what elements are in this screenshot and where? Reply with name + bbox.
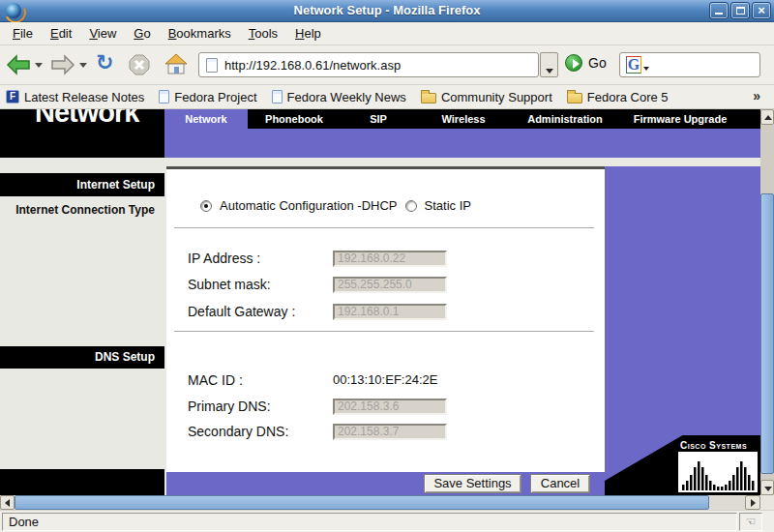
secondary-dns-field[interactable] — [333, 424, 447, 440]
menu-help[interactable]: Help — [286, 22, 330, 44]
radio-dhcp-label: Automatic Configuration -DHCP — [220, 198, 398, 213]
subnet-mask-label: Subnet mask: — [188, 277, 271, 292]
status-bar: Done ☜ — [0, 510, 774, 532]
subnet-mask-field[interactable] — [333, 277, 447, 293]
url-input[interactable] — [224, 54, 534, 75]
settings-panel: Automatic Configuration -DHCP Static IP … — [166, 166, 605, 472]
radio-dhcp[interactable] — [200, 200, 212, 212]
browser-window: Network Setup - Mozilla Firefox × File E… — [0, 0, 774, 532]
tab-wireless[interactable]: Wireless — [416, 109, 511, 129]
stop-icon — [129, 54, 150, 75]
back-dropdown[interactable] — [35, 63, 43, 68]
section-internet-setup: Internet Setup — [0, 173, 164, 196]
scrollbar-corner — [760, 495, 774, 510]
status-grip-box: ☜ — [739, 513, 762, 531]
close-button[interactable]: × — [752, 2, 771, 19]
menu-bookmarks[interactable]: Bookmarks — [160, 22, 240, 44]
search-engine-dropdown[interactable] — [643, 67, 649, 71]
horizontal-scroll-thumb[interactable] — [15, 495, 709, 510]
cisco-logo-bars — [678, 452, 758, 492]
vertical-scrollbar[interactable] — [760, 109, 774, 495]
secondary-dns-label: Secondary DNS: — [188, 424, 288, 439]
bookmark-latest-release-notes[interactable]: F Latest Release Notes — [6, 90, 144, 104]
status-text: Done — [2, 513, 737, 531]
folder-icon — [421, 93, 436, 103]
reload-button[interactable]: ↻ — [96, 52, 113, 74]
scroll-down-button[interactable] — [760, 480, 774, 495]
sidebar-footer — [0, 469, 164, 495]
menu-go[interactable]: Go — [125, 22, 159, 44]
search-bar: G — [619, 52, 760, 77]
sidebar: Internet Setup Internet Connection Type … — [0, 166, 164, 495]
arrow-up-icon — [764, 115, 772, 120]
chevron-down-icon — [546, 69, 553, 74]
page-icon — [159, 90, 169, 103]
page-icon — [206, 58, 218, 73]
save-settings-button[interactable]: Save Settings — [424, 474, 521, 493]
bookmark-community-support[interactable]: Community Support — [421, 90, 552, 104]
page-icon — [272, 90, 283, 103]
maximize-button[interactable] — [730, 2, 750, 19]
scroll-right-button[interactable] — [745, 495, 760, 510]
section-dns-setup: DNS Setup — [0, 346, 164, 369]
url-bar — [198, 52, 539, 77]
go-button-label[interactable]: Go — [588, 55, 607, 71]
radio-static-ip[interactable] — [405, 200, 417, 212]
scroll-left-button[interactable] — [0, 495, 15, 510]
cisco-systems-label: Cisco Systems — [680, 440, 747, 451]
page-header: Network — [0, 109, 164, 158]
bookmark-fedora-weekly-news[interactable]: Fedora Weekly News — [272, 90, 406, 104]
stop-button[interactable] — [129, 54, 150, 79]
home-button[interactable] — [164, 53, 188, 79]
tab-administration[interactable]: Administration — [511, 109, 619, 129]
scroll-up-button[interactable] — [760, 109, 774, 125]
menu-bar: File Edit View Go Bookmarks Tools Help — [0, 22, 774, 45]
minimize-button[interactable] — [709, 2, 729, 19]
default-gateway-label: Default Gateway : — [188, 304, 295, 319]
bookmark-label: Community Support — [441, 90, 552, 104]
back-button[interactable] — [6, 54, 31, 79]
default-gateway-field[interactable] — [333, 304, 447, 320]
brand-area: Cisco Systems — [605, 435, 760, 495]
action-footer: Save Settings Cancel — [166, 472, 605, 495]
forward-dropdown[interactable] — [79, 63, 87, 68]
go-icon[interactable] — [565, 54, 582, 72]
url-history-dropdown[interactable] — [540, 52, 558, 77]
header-divider — [0, 158, 760, 166]
radio-static-ip-label: Static IP — [425, 198, 471, 213]
ip-address-field[interactable] — [333, 251, 447, 267]
bookmark-fedora-project[interactable]: Fedora Project — [159, 90, 256, 104]
window-title: Network Setup - Mozilla Firefox — [0, 3, 774, 17]
primary-dns-field[interactable] — [333, 399, 447, 415]
tab-firmware-upgrade[interactable]: Firmware Upgrade — [619, 109, 741, 129]
google-icon: G — [626, 56, 641, 74]
minimize-icon — [715, 13, 723, 15]
mac-id-label: MAC ID : — [188, 372, 243, 388]
separator — [174, 331, 594, 332]
menu-file[interactable]: File — [4, 22, 42, 44]
forward-button[interactable] — [50, 54, 75, 79]
menu-edit[interactable]: Edit — [42, 22, 80, 44]
page-content: Network Network Phonebook SIP Wireless A… — [0, 109, 760, 495]
bookmark-fedora-core-5[interactable]: Fedora Core 5 — [567, 90, 669, 104]
nav-tabbar: Network Phonebook SIP Wireless Administr… — [164, 109, 760, 129]
folder-icon — [567, 93, 582, 103]
cancel-button[interactable]: Cancel — [530, 474, 590, 493]
bookmark-label: Fedora Core 5 — [587, 90, 669, 104]
bookmark-label: Fedora Weekly News — [287, 90, 406, 104]
close-icon: × — [753, 3, 770, 18]
bookmarks-overflow-chevron[interactable]: » — [753, 88, 760, 103]
back-icon — [6, 54, 31, 75]
menu-view[interactable]: View — [80, 22, 125, 44]
menu-tools[interactable]: Tools — [240, 22, 286, 44]
vertical-scroll-thumb[interactable] — [760, 193, 774, 474]
horizontal-scrollbar[interactable] — [0, 495, 760, 510]
search-input[interactable] — [653, 54, 758, 75]
brand-column: Cisco Systems — [605, 166, 760, 495]
tab-sip[interactable]: SIP — [341, 109, 416, 129]
primary-dns-label: Primary DNS: — [188, 399, 271, 414]
tab-phonebook[interactable]: Phonebook — [248, 109, 341, 129]
navigation-toolbar: ↻ Go G — [0, 45, 774, 85]
maximize-icon — [736, 7, 745, 15]
tab-network[interactable]: Network — [164, 109, 248, 129]
